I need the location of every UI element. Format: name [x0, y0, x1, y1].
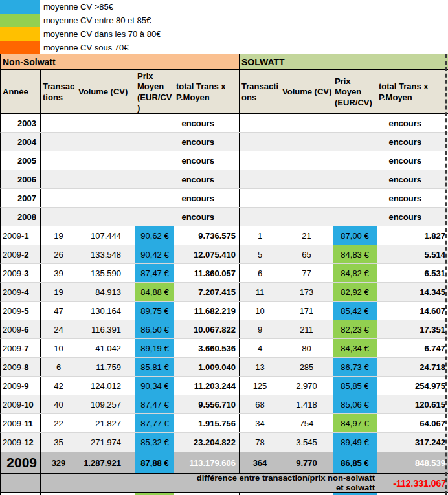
ns-prix-cell[interactable]: 84,88 € — [135, 283, 174, 301]
ns-volume-cell[interactable]: 107.444 — [76, 226, 135, 245]
total-year-cell[interactable]: 2009 — [1, 452, 41, 473]
sw-prix-cell[interactable]: 85,06 € — [333, 395, 377, 413]
sw-volume-cell[interactable]: 1.418 — [280, 395, 333, 413]
sw-transactions-cell[interactable]: 1 — [239, 226, 280, 245]
ns-volume-cell[interactable]: 109.257 — [76, 395, 135, 413]
ns-encours-cell[interactable]: encours — [41, 114, 239, 132]
ns-total-cell[interactable]: 1.915.756 — [174, 414, 239, 432]
ns-prix-cell[interactable]: 89,19 € — [135, 339, 174, 357]
sw-total-cell[interactable]: 24.718 — [377, 358, 448, 376]
ns-volume-cell[interactable]: 271.974 — [76, 433, 135, 452]
sw-transactions-cell[interactable]: 78 — [239, 433, 280, 452]
legend-swatch-green-icon[interactable] — [0, 14, 40, 27]
sw-encours-cell[interactable]: encours — [239, 133, 448, 151]
ns-total-cell[interactable]: 11.860.057 — [174, 264, 239, 282]
ns-volume-cell[interactable]: 21.827 — [76, 414, 135, 432]
ns-transactions-cell[interactable]: 10 — [41, 339, 76, 357]
ns-encours-cell[interactable]: encours — [41, 170, 239, 188]
legend-swatch-blue-icon[interactable] — [0, 0, 40, 14]
ns-transactions-cell[interactable]: 6 — [41, 358, 76, 376]
sw-volume-cell[interactable]: 65 — [280, 245, 333, 263]
sw-total-cell[interactable]: 14.345 — [377, 283, 448, 301]
ns-transactions-cell[interactable]: 24 — [41, 320, 76, 338]
col-header-ns-transactions[interactable]: Transactions — [41, 70, 76, 115]
sw-volume-cell[interactable]: 2.970 — [280, 377, 333, 395]
sw-total-cell[interactable]: 120.615 — [377, 395, 448, 413]
month-cell[interactable]: 2009-8 — [1, 358, 41, 376]
year-cell[interactable]: 2004 — [1, 133, 41, 151]
sw-transactions-cell[interactable]: 11 — [239, 283, 280, 301]
ns-volume-cell[interactable]: 11.759 — [76, 358, 135, 376]
month-cell[interactable]: 2009-3 — [1, 264, 41, 282]
sw-transactions-cell[interactable]: 6 — [239, 264, 280, 282]
legend-swatch-orange-icon[interactable] — [0, 41, 40, 54]
ns-prix-cell[interactable]: 86,50 € — [135, 320, 174, 338]
legend-label[interactable]: moyenne CV >85€ — [40, 0, 113, 14]
ns-encours-cell[interactable]: encours — [41, 208, 239, 226]
sw-encours-cell[interactable]: encours — [239, 208, 448, 226]
month-cell[interactable]: 2009-1 — [1, 226, 41, 245]
sw-total-cell[interactable]: 317.242 — [377, 433, 448, 452]
sw-prix-cell[interactable]: 84,34 € — [333, 339, 377, 357]
sw-transactions-cell[interactable]: 10 — [239, 302, 280, 320]
sw-encours-cell[interactable]: encours — [239, 151, 448, 170]
ns-transactions-cell[interactable]: 42 — [41, 377, 76, 395]
month-cell[interactable]: 2009-7 — [1, 339, 41, 357]
col-header-sw-prix-moyen[interactable]: Prix Moyen (EUR/CV) — [333, 70, 377, 115]
legend-label[interactable]: moyenne CV sous 70€ — [40, 41, 129, 54]
ns-total-cell[interactable]: 12.075.410 — [174, 245, 239, 263]
month-cell[interactable]: 2009-11 — [1, 414, 41, 432]
ns-encours-cell[interactable]: encours — [41, 133, 239, 151]
col-header-annee[interactable]: Année — [1, 70, 41, 115]
ns-encours-cell[interactable]: encours — [41, 151, 239, 170]
legend-swatch-yellow-icon[interactable] — [0, 27, 40, 41]
ns-transactions-cell[interactable]: 19 — [41, 283, 76, 301]
ns-total-cell[interactable]: 9.556.710 — [174, 395, 239, 413]
ns-volume-cell[interactable]: 41.042 — [76, 339, 135, 357]
sw-prix-cell[interactable]: 82,23 € — [333, 320, 377, 338]
sw-prix-cell[interactable]: 84,83 € — [333, 245, 377, 263]
month-cell[interactable]: 2009-10 — [1, 395, 41, 413]
sw-encours-cell[interactable]: encours — [239, 170, 448, 188]
legend-label[interactable]: moyenne CV entre 80 et 85€ — [40, 14, 151, 27]
difference-label-cell[interactable]: différence entre transaction/prix non-so… — [41, 474, 377, 493]
sw-total-cell[interactable]: 6.747 — [377, 339, 448, 357]
sw-volume-cell[interactable]: 77 — [280, 264, 333, 282]
ns-transactions-cell[interactable]: 39 — [41, 264, 76, 282]
ns-encours-cell[interactable]: encours — [41, 189, 239, 207]
sw-total-cell[interactable]: 17.351 — [377, 320, 448, 338]
sw-total-volume-cell[interactable]: 9.770 — [280, 452, 333, 473]
ns-transactions-cell[interactable]: 35 — [41, 433, 76, 452]
sw-prix-cell[interactable]: 84,82 € — [333, 264, 377, 282]
sw-prix-cell[interactable]: 86,73 € — [333, 358, 377, 376]
ns-total-cell[interactable]: 9.736.575 — [174, 226, 239, 245]
ns-prix-cell[interactable]: 87,47 € — [135, 395, 174, 413]
sw-transactions-cell[interactable]: 5 — [239, 245, 280, 263]
ns-volume-cell[interactable]: 84.913 — [76, 283, 135, 301]
section-header-non-solwatt[interactable]: Non-Solwatt — [1, 54, 239, 69]
sw-volume-cell[interactable]: 3.545 — [280, 433, 333, 452]
ns-total-cell[interactable]: 23.204.822 — [174, 433, 239, 452]
sw-total-cell[interactable]: 6.531 — [377, 264, 448, 282]
ns-total-cell[interactable]: 7.207.415 — [174, 283, 239, 301]
ns-volume-cell[interactable]: 133.548 — [76, 245, 135, 263]
sw-volume-cell[interactable]: 80 — [280, 339, 333, 357]
month-cell[interactable]: 2009-12 — [1, 433, 41, 452]
sw-total-cell[interactable]: 5.514 — [377, 245, 448, 263]
sw-encours-cell[interactable]: encours — [239, 189, 448, 207]
col-header-sw-transactions[interactable]: Transactions — [239, 70, 280, 115]
month-cell[interactable]: 2009-2 — [1, 245, 41, 263]
ns-transactions-cell[interactable]: 26 — [41, 245, 76, 263]
ns-total-transactions-cell[interactable]: 329 — [41, 452, 76, 473]
year-cell[interactable]: 2003 — [1, 114, 41, 132]
sw-transactions-cell[interactable]: 125 — [239, 377, 280, 395]
sw-total-prix-cell[interactable]: 86,85 € — [333, 452, 377, 473]
ns-prix-cell[interactable]: 87,47 € — [135, 264, 174, 282]
ns-total-cell[interactable]: 11.682.219 — [174, 302, 239, 320]
month-cell[interactable]: 2009-5 — [1, 302, 41, 320]
difference-empty-cell[interactable] — [1, 474, 41, 493]
ns-prix-cell[interactable]: 90,62 € — [135, 226, 174, 245]
sw-prix-cell[interactable]: 89,49 € — [333, 433, 377, 452]
month-cell[interactable]: 2009-4 — [1, 283, 41, 301]
ns-total-cell[interactable]: 10.067.822 — [174, 320, 239, 338]
